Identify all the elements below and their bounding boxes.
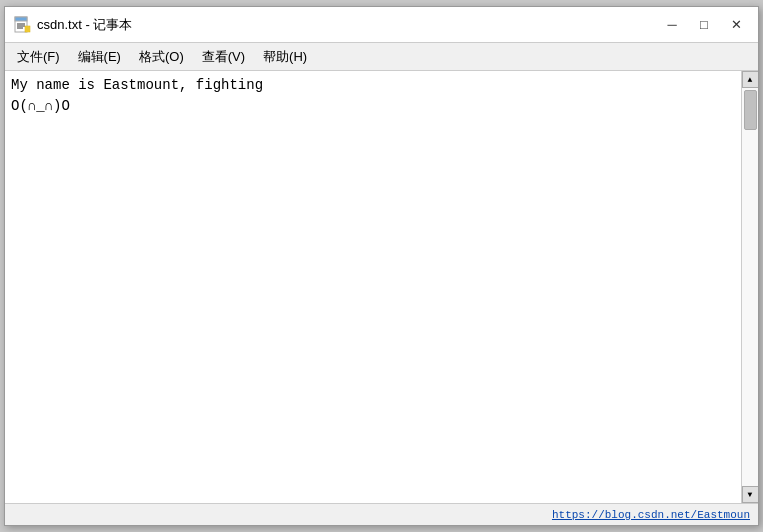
app-icon	[13, 16, 31, 34]
menu-format[interactable]: 格式(O)	[131, 46, 192, 68]
window-controls: ─ □ ✕	[658, 14, 750, 36]
minimize-button[interactable]: ─	[658, 14, 686, 36]
menu-bar: 文件(F) 编辑(E) 格式(O) 查看(V) 帮助(H)	[5, 43, 758, 71]
menu-view[interactable]: 查看(V)	[194, 46, 253, 68]
scroll-track[interactable]	[742, 88, 758, 486]
title-bar-left: csdn.txt - 记事本	[13, 16, 132, 34]
notepad-window: csdn.txt - 记事本 ─ □ ✕ 文件(F) 编辑(E) 格式(O) 查…	[4, 6, 759, 526]
maximize-button[interactable]: □	[690, 14, 718, 36]
text-editor[interactable]: My name is Eastmount, fighting O(∩_∩)O	[5, 71, 741, 503]
svg-rect-1	[15, 17, 27, 21]
scrollbar-vertical[interactable]: ▲ ▼	[741, 71, 758, 503]
svg-rect-5	[25, 26, 30, 32]
menu-help[interactable]: 帮助(H)	[255, 46, 315, 68]
menu-edit[interactable]: 编辑(E)	[70, 46, 129, 68]
close-button[interactable]: ✕	[722, 14, 750, 36]
menu-file[interactable]: 文件(F)	[9, 46, 68, 68]
status-url[interactable]: https://blog.csdn.net/Eastmoun	[552, 509, 750, 521]
text-line1: My name is Eastmount, fighting	[11, 77, 263, 93]
window-title: csdn.txt - 记事本	[37, 16, 132, 34]
scroll-up-button[interactable]: ▲	[742, 71, 759, 88]
text-line2: O(∩_∩)O	[11, 98, 70, 114]
scroll-down-button[interactable]: ▼	[742, 486, 759, 503]
title-bar: csdn.txt - 记事本 ─ □ ✕	[5, 7, 758, 43]
status-bar: https://blog.csdn.net/Eastmoun	[5, 503, 758, 525]
scroll-thumb[interactable]	[744, 90, 757, 130]
content-area: My name is Eastmount, fighting O(∩_∩)O ▲…	[5, 71, 758, 503]
